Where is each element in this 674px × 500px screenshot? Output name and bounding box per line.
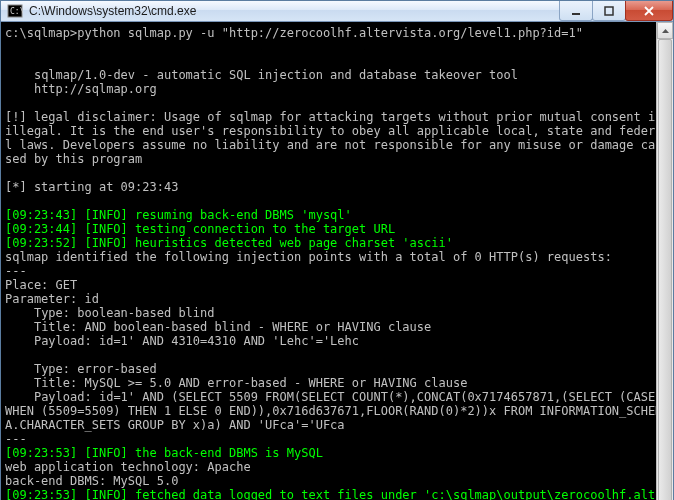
terminal-line: Parameter: id [5,292,667,306]
titlebar[interactable]: C:\ C:\Windows\system32\cmd.exe [1,1,673,22]
terminal-line: http://sqlmap.org [5,82,667,96]
terminal-line: [09:23:52] [INFO] heuristics detected we… [5,236,667,250]
maximize-button[interactable] [592,1,626,21]
close-button[interactable] [625,1,673,21]
terminal-line [5,166,667,180]
terminal-line: Title: AND boolean-based blind - WHERE o… [5,320,667,334]
terminal-line: Title: MySQL >= 5.0 AND error-based - WH… [5,376,667,390]
cmd-window: C:\ C:\Windows\system32\cmd.exe c:\sqlma… [0,0,674,500]
terminal-line: Payload: id=1' AND (SELECT 5509 FROM(SEL… [5,390,667,432]
minimize-button[interactable] [559,1,593,21]
terminal-line [5,54,667,68]
terminal-line: --- [5,432,667,446]
terminal-line: c:\sqlmap>python sqlmap.py -u "http://ze… [5,26,667,40]
terminal-line: sqlmap identified the following injectio… [5,250,667,264]
terminal-line: Place: GET [5,278,667,292]
window-title: C:\Windows\system32\cmd.exe [29,4,560,18]
scroll-track[interactable] [657,39,673,500]
terminal-line: web application technology: Apache [5,460,667,474]
vertical-scrollbar[interactable] [656,22,673,500]
terminal-line: back-end DBMS: MySQL 5.0 [5,474,667,488]
terminal-line [5,348,667,362]
window-controls [560,1,673,21]
terminal-line: [09:23:53] [INFO] the back-end DBMS is M… [5,446,667,460]
terminal-line: [09:23:43] [INFO] resuming back-end DBMS… [5,208,667,222]
terminal-line: Type: boolean-based blind [5,306,667,320]
terminal-line [5,96,667,110]
terminal-line [5,194,667,208]
terminal-line [5,40,667,54]
terminal-output[interactable]: c:\sqlmap>python sqlmap.py -u "http://ze… [1,22,673,500]
terminal-line: [!] legal disclaimer: Usage of sqlmap fo… [5,110,667,166]
content-area: c:\sqlmap>python sqlmap.py -u "http://ze… [1,22,673,500]
cmd-icon: C:\ [7,3,23,19]
scroll-thumb[interactable] [658,39,672,500]
terminal-line: Type: error-based [5,362,667,376]
terminal-line: Payload: id=1' AND 4310=4310 AND 'Lehc'=… [5,334,667,348]
svg-text:C:\: C:\ [10,7,23,16]
terminal-line: --- [5,264,667,278]
scroll-up-button[interactable] [657,22,673,39]
svg-rect-2 [572,13,580,15]
terminal-line: [09:23:53] [INFO] fetched data logged to… [5,488,667,500]
svg-rect-3 [605,7,613,15]
terminal-line: sqlmap/1.0-dev - automatic SQL injection… [5,68,667,82]
terminal-line: [*] starting at 09:23:43 [5,180,667,194]
terminal-line: [09:23:44] [INFO] testing connection to … [5,222,667,236]
